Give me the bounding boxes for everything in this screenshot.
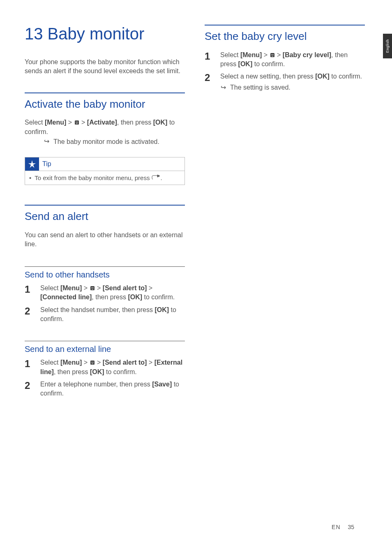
subsection-rule [25, 341, 185, 341]
heading-send-handsets: Send to other handsets [25, 270, 185, 280]
footer-lang: EN [332, 524, 340, 530]
page-footer: EN 35 [332, 524, 354, 530]
svg-point-11 [272, 54, 273, 55]
list-item: 2 Select a new setting, then press [OK] … [205, 72, 365, 92]
send-alert-intro: You can send an alert to other handsets … [25, 231, 185, 249]
result-arrow-icon [44, 137, 49, 146]
svg-point-7 [91, 362, 92, 363]
baby-monitor-icon [270, 52, 275, 58]
result-arrow-icon [220, 83, 226, 92]
steps-set-cry: 1 Select [Menu] > > [Baby cry level], th… [205, 51, 365, 92]
cry-result: The setting is saved. [220, 83, 365, 92]
footer-page-number: 35 [348, 524, 354, 530]
language-tab-label: English [385, 39, 390, 53]
baby-monitor-icon [90, 360, 95, 365]
svg-point-8 [92, 362, 93, 363]
baby-monitor-icon [90, 285, 95, 291]
list-item: 2 Enter a telephone number, then press [… [25, 380, 185, 398]
tip-text: To exit from the baby monitor menu, pres… [35, 174, 162, 181]
section-rule [25, 205, 185, 206]
section-rule [205, 25, 365, 25]
chapter-title: 13 Baby monitor [25, 25, 185, 43]
svg-point-4 [91, 287, 92, 288]
tip-box: Tip To exit from the baby monitor menu, … [25, 157, 185, 185]
list-item: 1 Select [Menu] > > [Send alert to] > [E… [25, 358, 185, 377]
list-item: 1 Select [Menu] > > [Send alert to] > [C… [25, 284, 185, 302]
activate-result: The baby monitor mode is activated. [25, 137, 185, 146]
subsection-rule [25, 266, 185, 267]
svg-point-2 [77, 122, 78, 123]
steps-send-handsets: 1 Select [Menu] > > [Send alert to] > [C… [25, 284, 185, 324]
section-rule [25, 92, 185, 93]
activate-instruction: Select [Menu] > > [Activate], then press… [25, 118, 185, 136]
back-key-icon [152, 175, 161, 180]
list-item: 1 Select [Menu] > > [Baby cry level], th… [205, 51, 365, 69]
tip-label: Tip [42, 160, 51, 168]
heading-send-alert: Send an alert [25, 210, 185, 223]
heading-set-cry: Set the baby cry level [205, 30, 365, 43]
tip-icon [25, 157, 39, 171]
list-item: 2 Select the handset number, then press … [25, 305, 185, 324]
svg-point-5 [92, 287, 93, 288]
intro-text: Your phone supports the baby monitor fun… [25, 58, 185, 76]
steps-send-external: 1 Select [Menu] > > [Send alert to] > [E… [25, 358, 185, 398]
bullet-icon [29, 174, 31, 181]
baby-monitor-icon [74, 120, 80, 125]
language-tab: English [383, 34, 392, 58]
heading-activate: Activate the baby monitor [25, 97, 185, 111]
heading-send-external: Send to an external line [25, 345, 185, 354]
svg-point-1 [76, 122, 76, 123]
svg-point-10 [271, 54, 272, 55]
